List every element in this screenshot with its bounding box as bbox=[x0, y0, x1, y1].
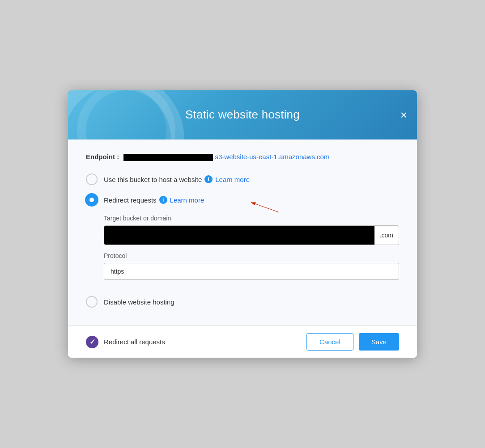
footer-checkbox bbox=[86, 336, 98, 348]
radio-option-host[interactable]: Use this bucket to host a website i Lear… bbox=[86, 173, 399, 185]
radio-host-indicator[interactable] bbox=[86, 173, 98, 185]
target-field-label: Target bucket or domain bbox=[104, 215, 399, 222]
info-icon-redirect[interactable]: i bbox=[159, 196, 167, 204]
save-button[interactable]: Save bbox=[359, 333, 399, 351]
footer-buttons: Cancel Save bbox=[306, 333, 399, 351]
endpoint-row: Endpoint : .s3-website-us-east-1.amazona… bbox=[86, 153, 399, 161]
modal: Static website hosting × Endpoint : .s3-… bbox=[68, 90, 417, 358]
cancel-button[interactable]: Cancel bbox=[306, 333, 353, 351]
radio-redirect-indicator[interactable] bbox=[86, 194, 98, 206]
radio-option-redirect[interactable]: Redirect requests i Learn more bbox=[86, 194, 399, 206]
radio-option-disable[interactable]: Disable website hosting bbox=[86, 296, 399, 308]
learn-more-redirect[interactable]: Learn more bbox=[170, 196, 204, 204]
radio-disable-label: Disable website hosting bbox=[104, 298, 174, 306]
modal-container: Static website hosting × Endpoint : .s3-… bbox=[0, 0, 485, 448]
footer-status-label: Redirect all requests bbox=[104, 338, 165, 346]
endpoint-label: Endpoint : bbox=[86, 153, 119, 161]
protocol-input[interactable] bbox=[104, 263, 399, 280]
info-icon-host[interactable]: i bbox=[204, 175, 213, 183]
modal-footer: Redirect all requests Cancel Save bbox=[68, 325, 417, 358]
protocol-field-label: Protocol bbox=[104, 252, 399, 259]
endpoint-link[interactable]: .s3-website-us-east-1.amazonaws.com bbox=[213, 153, 329, 161]
radio-redirect-label: Redirect requests bbox=[104, 196, 157, 204]
target-input-suffix: .com bbox=[374, 232, 399, 239]
modal-title: Static website hosting bbox=[185, 108, 300, 122]
endpoint-redacted bbox=[123, 154, 213, 161]
redirect-subform: Target bucket or domain .com Protocol bbox=[104, 215, 399, 287]
close-button[interactable]: × bbox=[400, 109, 407, 121]
target-input-redacted bbox=[104, 226, 374, 245]
learn-more-host[interactable]: Learn more bbox=[215, 176, 250, 183]
footer-left: Redirect all requests bbox=[86, 336, 165, 348]
modal-header: Static website hosting × bbox=[68, 90, 417, 139]
target-input-row: .com bbox=[104, 225, 399, 245]
modal-body: Endpoint : .s3-website-us-east-1.amazona… bbox=[68, 139, 417, 325]
radio-disable-indicator[interactable] bbox=[86, 296, 98, 308]
radio-host-label: Use this bucket to host a website bbox=[104, 176, 202, 183]
